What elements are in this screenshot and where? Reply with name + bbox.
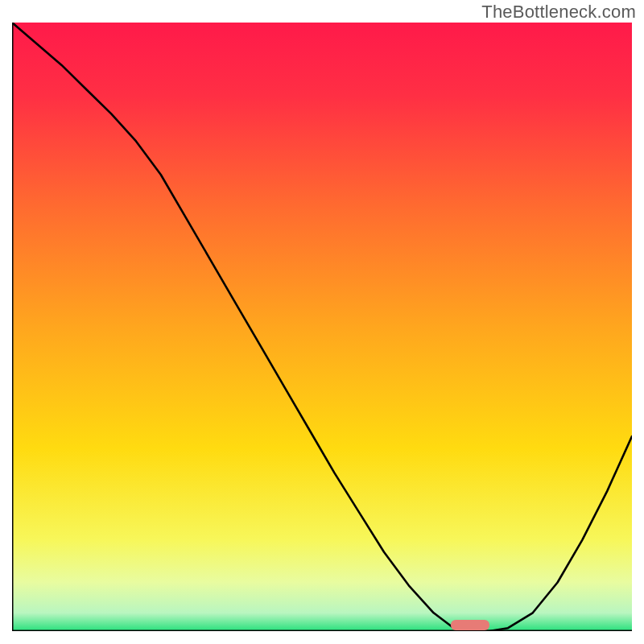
plot-area xyxy=(12,23,632,631)
chart-svg xyxy=(12,23,632,631)
gradient-background xyxy=(12,23,632,631)
chart-frame: TheBottleneck.com xyxy=(0,0,644,644)
optimal-marker xyxy=(451,620,489,630)
watermark-text: TheBottleneck.com xyxy=(481,2,636,23)
